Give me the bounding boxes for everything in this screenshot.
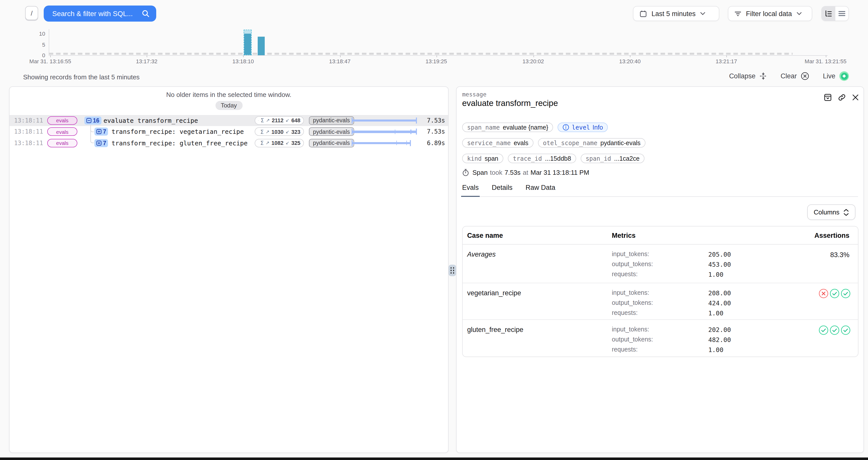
metric-value: 208.00 — [708, 289, 731, 297]
attribute-key: span_id — [586, 155, 611, 162]
column-header-case-name: Case name — [467, 231, 503, 239]
tree-view-toggle[interactable] — [822, 6, 835, 21]
slash-key-label: / — [31, 9, 32, 17]
x-axis-tick-label: 13:21:17 — [716, 58, 737, 64]
metric-label: output_tokens: — [612, 336, 653, 343]
trace-row-gluten-free-recipe[interactable]: 13:18:11 evals 7 transform_recipe: glute… — [9, 137, 448, 149]
attribute-pill-kind[interactable]: kind span — [462, 154, 503, 163]
token-usage-pill: Σ ↗2112 ↙648 — [255, 116, 304, 125]
selected-timeline-bar[interactable] — [244, 30, 252, 55]
metric-label: output_tokens: — [612, 261, 653, 268]
info-icon — [563, 124, 569, 131]
columns-button[interactable]: Columns — [807, 204, 856, 220]
tokens-in-arrow-icon: ↗ — [266, 118, 270, 123]
plus-box-icon — [96, 141, 101, 145]
assertions-percentage: 83.3% — [830, 251, 849, 259]
calendar-icon — [640, 10, 647, 17]
clear-button[interactable]: Clear — [781, 72, 809, 80]
close-icon[interactable] — [852, 94, 859, 101]
tab-details[interactable]: Details — [492, 184, 513, 196]
token-usage-pill: Σ ↗1082 ↙325 — [255, 139, 304, 147]
span-detail-panel: message evaluate transform_recipe span_n… — [456, 86, 864, 453]
otel-scope-badge: pydantic-evals — [309, 139, 354, 147]
metric-label: requests: — [612, 271, 638, 278]
x-axis-tick — [726, 55, 727, 57]
tokens-out-count: 325 — [291, 140, 300, 146]
x-axis-tick — [243, 55, 244, 57]
live-toggle[interactable]: Live — [823, 71, 849, 81]
case-name: Averages — [467, 251, 496, 258]
child-count: 16 — [93, 118, 99, 124]
collapse-button[interactable]: Collapse — [729, 72, 767, 80]
metric-value: 1.00 — [708, 309, 723, 317]
eval-row-averages[interactable]: Averages input_tokens: 205.00 output_tok… — [463, 244, 858, 283]
expand-children-badge[interactable]: 7 — [94, 139, 108, 147]
records-timeline-chart[interactable]: 10 5 0 Mar 31. 13:16:55 13:17:32 13:18:1… — [0, 26, 868, 66]
trace-row-evaluate-transform-recipe[interactable]: 13:18:11 evals 16 evaluate transform_rec… — [9, 115, 448, 126]
showing-records-text: Showing records from the last 5 minutes — [23, 73, 140, 81]
copy-link-icon[interactable] — [838, 93, 846, 101]
token-usage-pill: Σ ↗1030 ↙323 — [255, 128, 304, 136]
attribute-value: ...1ca2ce — [614, 155, 640, 162]
tokens-in-count: 1082 — [272, 140, 284, 146]
trace-timestamp: 13:18:11 — [14, 140, 43, 146]
tokens-out-count: 323 — [291, 129, 300, 135]
y-axis-tick-label: 0 — [28, 52, 45, 58]
attribute-pill-span-name[interactable]: span_name evaluate {name} — [462, 123, 553, 132]
x-axis-tick — [50, 55, 51, 57]
live-label: Live — [823, 72, 835, 80]
attribute-key: trace_id — [513, 155, 542, 162]
no-older-items-notice: No older items in the selected time wind… — [9, 91, 448, 98]
record-kind-label: message — [462, 91, 487, 98]
case-name: gluten_free_recipe — [467, 326, 523, 333]
span-duration-text: 6.89s — [427, 140, 445, 146]
tab-evals[interactable]: Evals — [462, 184, 479, 196]
column-header-assertions: Assertions — [814, 231, 849, 239]
collapse-icon — [760, 72, 767, 80]
live-indicator-icon — [839, 71, 849, 81]
x-axis-tick-label: 13:17:32 — [136, 58, 157, 64]
search-button[interactable]: Search & filter with SQL... — [44, 5, 156, 22]
eval-row-gluten-free-recipe[interactable]: gluten_free_recipe input_tokens: 202.00 … — [463, 319, 858, 357]
filter-local-data-button[interactable]: Filter local data — [728, 6, 812, 21]
assertion-fail-icon — [819, 289, 828, 298]
tokens-in-arrow-icon: ↗ — [266, 141, 270, 145]
attribute-pill-trace-id[interactable]: trace_id ...15ddb8 — [508, 154, 576, 163]
list-view-toggle[interactable] — [835, 6, 848, 21]
expand-children-badge[interactable]: 7 — [94, 128, 108, 136]
time-range-button[interactable]: Last 5 minutes — [633, 6, 719, 21]
metric-label: input_tokens: — [612, 289, 649, 296]
timeline-bar[interactable] — [258, 36, 265, 55]
dock-panel-icon[interactable] — [824, 93, 832, 101]
timing-word: took — [490, 169, 502, 176]
collapse-children-badge[interactable]: 16 — [84, 117, 101, 125]
metric-value: 1.00 — [708, 346, 723, 354]
attribute-pill-otel-scope-name[interactable]: otel_scope_name pydantic-evals — [538, 138, 646, 147]
detail-tabs: Evals Details Raw Data — [462, 184, 858, 197]
attribute-key: span_name — [467, 124, 500, 131]
sigma-icon: Σ — [260, 140, 264, 146]
tokens-in-arrow-icon: ↗ — [266, 129, 270, 134]
level-info-pill[interactable]: level Info — [558, 123, 608, 132]
x-axis-tick — [436, 55, 437, 57]
panel-resize-handle[interactable] — [448, 265, 456, 276]
top-bar: / Search & filter with SQL... Last 5 min… — [0, 0, 868, 25]
attribute-pill-service-name[interactable]: service_name evals — [462, 138, 533, 147]
sort-updown-icon — [843, 209, 849, 216]
level-value: Info — [592, 124, 603, 131]
attribute-key: service_name — [467, 139, 510, 146]
x-axis-tick-label: Mar 31. 13:16:55 — [29, 58, 71, 64]
metric-value: 202.00 — [708, 326, 731, 333]
today-date-chip[interactable]: Today — [215, 101, 242, 110]
metric-label: requests: — [612, 309, 638, 316]
x-axis-tick — [826, 55, 826, 57]
tab-raw-data[interactable]: Raw Data — [526, 184, 556, 196]
attribute-pill-span-id[interactable]: span_id ...1ca2ce — [581, 154, 645, 163]
slash-shortcut-key: / — [25, 6, 38, 20]
tokens-in-count: 2112 — [272, 118, 284, 124]
attribute-value: span — [485, 155, 498, 162]
trace-row-vegetarian-recipe[interactable]: 13:18:11 evals 7 transform_recipe: veget… — [9, 126, 448, 137]
search-icon — [142, 9, 150, 18]
eval-row-vegetarian-recipe[interactable]: vegetarian_recipe input_tokens: 208.00 o… — [463, 283, 858, 319]
trace-list-panel: No older items in the selected time wind… — [9, 86, 448, 453]
